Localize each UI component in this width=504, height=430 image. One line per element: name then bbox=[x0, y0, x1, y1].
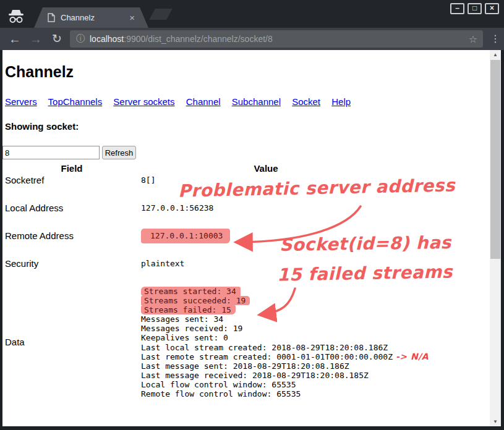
page-icon bbox=[48, 13, 55, 22]
remote-address-highlight: 127.0.0.1:10003 bbox=[141, 229, 230, 243]
table-row-data: Data Streams started: 34 Streams succeed… bbox=[2, 285, 490, 398]
nav-link-server-sockets[interactable]: Server sockets bbox=[113, 96, 174, 107]
data-line: Last message sent: 2018-08-29T18:20:08.1… bbox=[141, 361, 490, 371]
bookmark-star-icon[interactable]: ☆ bbox=[469, 33, 477, 45]
vertical-scrollbar[interactable]: ▲ ▼ bbox=[490, 50, 501, 426]
tab-title: Channelz bbox=[61, 13, 129, 22]
data-line: Last message received: 2018-08-29T18:20:… bbox=[141, 371, 490, 380]
field-label: Security bbox=[2, 257, 141, 285]
browser-titlebar: Channelz × – □ × bbox=[0, 0, 504, 28]
field-value: 127.0.0.1:10003 bbox=[141, 229, 490, 257]
data-line: Last local stream created: 2018-08-29T18… bbox=[141, 343, 490, 352]
address-bar[interactable]: ⓘ localhost :9900/dist_channelz/channelz… bbox=[70, 30, 483, 48]
incognito-icon bbox=[7, 9, 25, 25]
streams-started-highlight: Streams started: 34 bbox=[141, 287, 241, 296]
socket-id-input[interactable] bbox=[2, 146, 100, 159]
data-line: Keepalives sent: 0 bbox=[141, 333, 490, 342]
table-row: Local Address 127.0.0.1:56238 bbox=[2, 201, 490, 229]
browser-tab[interactable]: Channelz × bbox=[34, 7, 148, 28]
scroll-down-icon[interactable]: ▼ bbox=[490, 417, 501, 426]
table-row: Socketref 8[] bbox=[2, 174, 490, 201]
data-line: Messages sent: 34 bbox=[141, 314, 490, 324]
back-icon[interactable]: ← bbox=[7, 33, 22, 45]
data-line: Streams started: 34 bbox=[141, 287, 490, 296]
scroll-up-icon[interactable]: ▲ bbox=[490, 50, 501, 59]
field-value: plaintext bbox=[141, 257, 490, 285]
maximize-button[interactable]: □ bbox=[468, 3, 482, 14]
browser-toolbar: ← → ↻ ⓘ localhost :9900/dist_channelz/ch… bbox=[0, 28, 504, 50]
field-column-header: Field bbox=[2, 163, 141, 174]
showing-socket-label: Showing socket: bbox=[5, 122, 490, 132]
reload-icon[interactable]: ↻ bbox=[49, 33, 64, 45]
data-line: Messages received: 19 bbox=[141, 324, 490, 333]
field-label: Remote Address bbox=[2, 229, 141, 257]
data-line: Streams failed: 15 bbox=[141, 305, 490, 314]
url-path: :9900/dist_channelz/channelz/socket/8 bbox=[124, 34, 468, 44]
browser-menu-icon[interactable]: ⋮ bbox=[488, 33, 503, 45]
nav-link-servers[interactable]: Servers bbox=[5, 96, 37, 107]
url-host: localhost bbox=[90, 34, 124, 44]
field-label: Socketref bbox=[2, 174, 141, 201]
close-button[interactable]: × bbox=[485, 3, 499, 14]
data-line: Streams succeeded: 19 bbox=[141, 296, 490, 305]
streams-succeeded-highlight: Streams succeeded: 19 bbox=[141, 296, 250, 305]
nav-link-help[interactable]: Help bbox=[331, 96, 351, 107]
field-label: Data bbox=[2, 285, 141, 398]
field-label: Local Address bbox=[2, 201, 141, 229]
data-value-block: Streams started: 34 Streams succeeded: 1… bbox=[141, 285, 490, 398]
field-value: 8[] bbox=[141, 174, 490, 201]
table-header: Field Value bbox=[2, 163, 490, 174]
channelz-nav: Servers TopChannels Server sockets Chann… bbox=[5, 96, 490, 107]
refresh-button[interactable]: Refresh bbox=[102, 146, 136, 159]
page-info-icon[interactable]: ⓘ bbox=[76, 33, 85, 44]
page-title: Channelz bbox=[5, 64, 490, 80]
data-line: Remote flow control window: 65535 bbox=[141, 389, 490, 398]
field-value: 127.0.0.1:56238 bbox=[141, 201, 490, 229]
page-content: Channelz Servers TopChannels Server sock… bbox=[2, 50, 490, 426]
streams-failed-highlight: Streams failed: 15 bbox=[141, 305, 236, 314]
table-row: Remote Address 127.0.0.1:10003 bbox=[2, 229, 490, 257]
socket-controls: Refresh bbox=[2, 146, 490, 159]
nav-link-subchannel[interactable]: Subchannel bbox=[232, 96, 281, 107]
scrollbar-thumb[interactable] bbox=[490, 60, 500, 259]
value-column-header: Value bbox=[141, 163, 391, 174]
minimize-button[interactable]: – bbox=[450, 3, 464, 14]
data-line: Local flow control window: 65535 bbox=[141, 380, 490, 389]
table-row: Security plaintext bbox=[2, 257, 490, 285]
nav-link-socket[interactable]: Socket bbox=[292, 96, 320, 107]
new-tab-button[interactable] bbox=[149, 9, 173, 20]
data-line: Last remote stream created: 0001-01-01T0… bbox=[141, 352, 490, 361]
nav-link-channel[interactable]: Channel bbox=[186, 96, 221, 107]
browser-window: Channelz × – □ × ← → ↻ ⓘ localhost :9900… bbox=[0, 0, 504, 430]
tab-close-icon[interactable]: × bbox=[129, 13, 135, 22]
window-controls: – □ × bbox=[450, 3, 499, 14]
na-annotation: -> N/A bbox=[396, 352, 429, 361]
nav-link-topchannels[interactable]: TopChannels bbox=[48, 96, 103, 107]
forward-icon[interactable]: → bbox=[28, 33, 43, 45]
